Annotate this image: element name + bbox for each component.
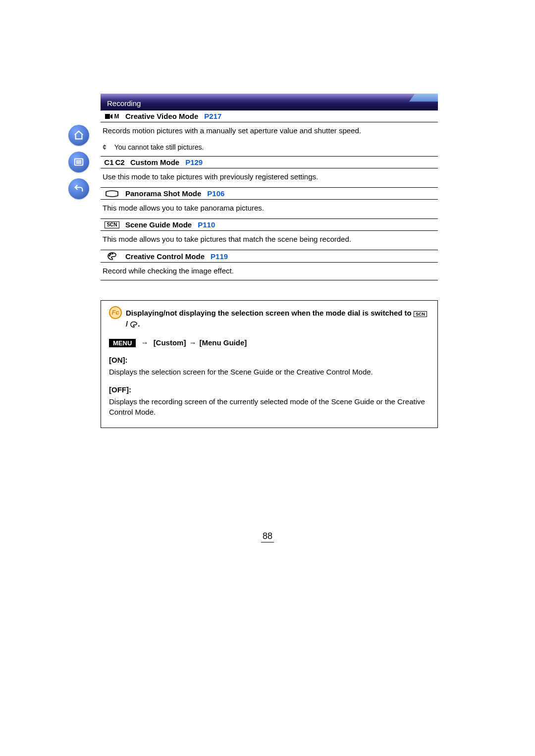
panorama-icon [103,190,121,197]
mode-row: C1 C2 Custom Mode P129 [101,156,438,168]
callout-title-text: Displaying/not displaying the selection … [126,308,429,329]
arrow-icon: → [189,338,196,347]
c2-label: C2 [115,158,125,166]
mode-title: Panorama Shot Mode [125,189,201,198]
palette-icon [103,252,121,261]
c1-c2-icon: C1 C2 [103,158,126,166]
mode-row: Creative Control Mode P119 [101,250,438,263]
mode-row: M Creative Video Mode P217 [101,110,438,122]
page-link[interactable]: P106 [207,189,224,198]
menu-badge: MENU [109,339,136,347]
svg-point-6 [110,254,111,255]
menu-path-guide: [Menu Guide] [199,338,247,347]
mode-title: Creative Video Mode [125,112,198,120]
mode-desc: Record while checking the image effect. [101,263,438,280]
sidebar [68,125,93,199]
scn-inline-icon: SCN [414,311,427,317]
setting-on-label: [ON]: [109,355,429,366]
callout-title-suffix: . [138,320,140,328]
list-icon [73,157,84,167]
scn-label: SCN [105,221,119,228]
page-link[interactable]: P110 [198,220,215,229]
svg-rect-4 [105,114,110,119]
page-content: Recording M Creative Video Mode P217 Rec… [101,94,438,428]
back-button[interactable] [68,178,89,199]
fc-badge-icon: Fc [109,306,122,319]
callout-title: Fc Displaying/not displaying the selecti… [109,308,429,329]
svg-point-7 [112,253,113,254]
page-link[interactable]: P217 [204,112,221,120]
menu-path-custom: [Custom] [154,338,186,347]
setting-off-text: Displays the recording screen of the cur… [109,396,429,418]
back-icon [73,183,84,194]
mode-title: Custom Mode [130,158,179,166]
mode-row: Panorama Shot Mode P106 [101,187,438,200]
page-number: 88 [0,531,535,541]
menu-path: MENU → [Custom]→[Menu Guide] [109,337,429,348]
note-marker: ¢ [103,143,112,151]
video-m-icon: M [103,113,121,120]
mode-desc: Use this mode to take pictures with prev… [101,168,438,187]
svg-point-5 [109,255,110,256]
mode-title: Creative Control Mode [125,252,205,261]
page-number-value: 88 [261,531,274,542]
arrow-icon: → [141,338,148,347]
setting-off-label: [OFF]: [109,384,429,395]
home-button[interactable] [68,125,89,146]
mode-note: ¢ You cannot take still pictures. [101,141,438,156]
scn-icon: SCN [103,221,121,228]
mode-desc: This mode allows you to take pictures th… [101,231,438,250]
section-title: Recording [107,99,141,108]
c1-label: C1 [104,158,113,166]
mode-desc: Records motion pictures with a manually … [101,122,438,141]
page-link[interactable]: P119 [211,252,228,261]
mode-title: Scene Guide Mode [125,220,192,229]
callout-title-prefix: Displaying/not displaying the selection … [126,309,414,317]
toc-button[interactable] [68,152,89,172]
palette-inline-icon [130,321,138,328]
header-notch [409,94,438,102]
callout-box: Fc Displaying/not displaying the selecti… [101,300,438,428]
mode-row: SCN Scene Guide Mode P110 [101,218,438,231]
mode-desc: This mode allows you to take panorama pi… [101,200,438,218]
home-icon [73,130,84,141]
page-link[interactable]: P129 [185,158,203,166]
note-text: You cannot take still pictures. [114,143,204,151]
setting-on-text: Displays the selection screen for the Sc… [109,367,429,378]
section-header: Recording [101,94,438,110]
